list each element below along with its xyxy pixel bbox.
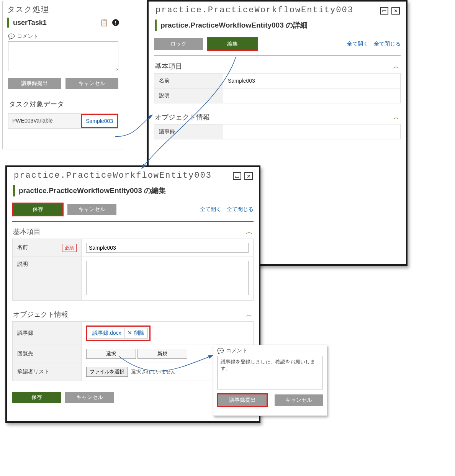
comment-text[interactable]: 議事録を登録しました。確認をお願いします。 (217, 356, 323, 389)
minutes-label: 議事録 (154, 124, 223, 139)
minutes-label: 議事録 (13, 322, 82, 345)
detail-subtitle: practice.PracticeWorkflowEntity003 の詳細 (155, 20, 400, 31)
edit-header: practice.PracticeWorkflowEntity003 (7, 167, 259, 183)
save-button[interactable]: 保存 (13, 204, 62, 215)
comment-label: コメント (17, 33, 38, 40)
user-task-label: userTask1 (13, 19, 47, 27)
route-label: 回覧先 (13, 345, 82, 363)
comment-icon: 💬 (8, 33, 15, 39)
comment-textarea[interactable] (8, 41, 118, 71)
submit-minutes-button[interactable]: 議事録提出 (8, 78, 61, 89)
target-data-title: タスク対象データ (3, 96, 124, 111)
info-icon: ! (112, 19, 119, 26)
object-section-title: オブジェクト情報 (155, 113, 210, 122)
cancel-button[interactable]: キャンセル (67, 204, 116, 215)
name-label-cell: 名前 必須 (13, 239, 82, 257)
x-icon: ✕ (128, 330, 132, 337)
delete-label: 削除 (134, 330, 144, 337)
comment-header: 💬 コメント (3, 31, 124, 41)
collapse-all-link[interactable]: 全て閉じる (374, 41, 401, 47)
delete-file-button[interactable]: ✕ 削除 (124, 328, 148, 339)
name-input[interactable] (86, 243, 249, 253)
desc-label: 説明 (13, 257, 82, 301)
desc-textarea[interactable] (86, 261, 249, 295)
minutes-value (223, 124, 401, 139)
chevron-up-icon[interactable]: ︿ (393, 113, 400, 122)
name-label: 名前 (17, 244, 28, 250)
expand-all-link[interactable]: 全て開く (200, 206, 221, 213)
basic-edit-table: 名前 必須 説明 (12, 239, 254, 301)
detail-header: practice.PracticeWorkflowEntity003 (149, 2, 406, 17)
maximize-icon[interactable]: ▭ (380, 7, 388, 15)
file-select-button[interactable]: ファイルを選択 (86, 367, 128, 377)
expand-all-link[interactable]: 全て開く (347, 41, 368, 47)
basic-section-title: 基本項目 (13, 227, 41, 236)
name-label: 名前 (154, 74, 223, 88)
object-section-title: オブジェクト情報 (13, 310, 68, 319)
desc-value (223, 88, 401, 103)
select-button[interactable]: 選択 (86, 349, 136, 359)
chevron-up-icon[interactable]: ︿ (246, 227, 253, 236)
required-badge: 必須 (62, 244, 77, 252)
object-table: 議事録 (154, 124, 401, 139)
edit-subtitle: practice.PracticeWorkflowEntity003 の編集 (13, 185, 253, 196)
basic-section-title: 基本項目 (155, 62, 182, 71)
comment-label: コメント (226, 347, 247, 354)
variable-value-link[interactable]: Sample003 (86, 118, 113, 124)
chevron-up-icon[interactable]: ︿ (246, 310, 253, 319)
maximize-icon[interactable]: ▭ (233, 172, 241, 180)
cancel-button-bottom[interactable]: キャンセル (65, 392, 114, 403)
minutes-file-link[interactable]: 議事録.docx (89, 328, 124, 339)
user-task-row: userTask1 📋 ! (7, 18, 119, 28)
close-icon[interactable]: ✕ (244, 172, 253, 180)
close-icon[interactable]: ✕ (391, 7, 400, 15)
clipboard-icon: 📋 (100, 18, 108, 27)
task-title: タスク処理 (3, 1, 124, 16)
variable-value-highlight: Sample003 (81, 114, 118, 128)
edit-button[interactable]: 編集 (208, 38, 257, 50)
name-value: Sample003 (223, 74, 401, 88)
submit-minutes-button[interactable]: 議事録提出 (218, 394, 267, 406)
comment-icon: 💬 (217, 348, 224, 354)
file-none-label: 選択されていません (131, 369, 176, 375)
cancel-button[interactable]: キャンセル (65, 78, 118, 89)
new-button[interactable]: 新規 (137, 349, 187, 359)
collapse-all-link[interactable]: 全て閉じる (227, 206, 254, 213)
comment-popup: 💬 コメント 議事録を登録しました。確認をお願いします。 議事録提出 キャンセル (213, 345, 327, 416)
approver-label: 承認者リスト (13, 363, 82, 381)
desc-label: 説明 (154, 88, 223, 103)
chevron-up-icon[interactable]: ︿ (393, 62, 400, 71)
basic-table: 名前 Sample003 説明 (154, 73, 401, 103)
task-panel: タスク処理 userTask1 📋 ! 💬 コメント 議事録提出 キャンセル タ… (2, 1, 124, 149)
cancel-button[interactable]: キャンセル (275, 394, 323, 406)
save-button-bottom[interactable]: 保存 (12, 392, 61, 403)
variable-name: PWE003Variable (8, 114, 81, 128)
lock-button[interactable]: ロック (154, 38, 203, 50)
